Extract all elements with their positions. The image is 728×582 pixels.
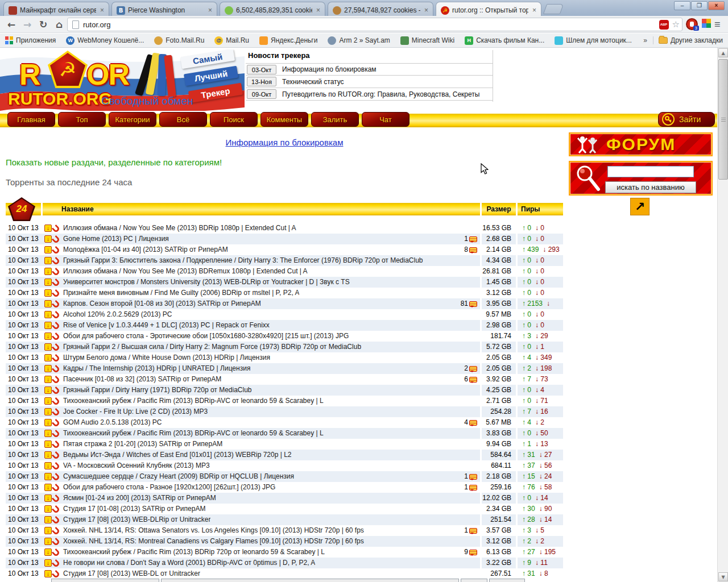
magnet-link-icon[interactable] [52, 516, 61, 525]
magnet-link-icon[interactable] [52, 322, 61, 331]
comment-count[interactable]: 81 [461, 298, 480, 309]
column-name[interactable]: Название [43, 203, 480, 215]
comment-count[interactable]: 4 [464, 417, 480, 428]
column-size[interactable]: Размер [482, 203, 516, 215]
show-new-by-category-link[interactable]: Показать новые раздачи, разделенные по к… [6, 157, 222, 167]
download-torrent-icon[interactable]: ↓ [44, 505, 52, 513]
address-bar[interactable]: rutor.org ABP ☆ [67, 18, 682, 31]
browser-tab[interactable]: Майнкрафт онлайн серв× [3, 2, 109, 16]
download-torrent-icon[interactable]: ↓ [44, 268, 52, 275]
torrent-title-link[interactable]: Признайте меня виновным / Find Me Guilty… [63, 288, 299, 298]
scroll-down-arrow[interactable]: ▼ [718, 572, 728, 581]
magnet-link-icon[interactable] [52, 289, 61, 298]
download-torrent-icon[interactable]: ↓ [44, 473, 52, 480]
login-button[interactable]: Зайти [658, 112, 715, 127]
magnet-link-icon[interactable] [52, 343, 61, 352]
tab-close-icon[interactable]: × [99, 6, 105, 14]
nav-button-главная[interactable]: Главная [7, 112, 55, 127]
download-torrent-icon[interactable]: ↓ [44, 494, 52, 502]
download-torrent-icon[interactable]: ↓ [44, 462, 52, 469]
blocking-info-link[interactable]: Информация по блокировкам [6, 138, 563, 147]
download-torrent-icon[interactable]: ↓ [44, 300, 52, 307]
download-torrent-icon[interactable]: ↓ [44, 559, 52, 567]
torrent-title-link[interactable]: Не говори ни слова / Don't Say a Word (2… [63, 558, 315, 568]
torrent-title-link[interactable]: Карпов. Сезон второй [01-08 из 30] (2013… [63, 298, 261, 309]
download-torrent-icon[interactable]: ↓ [44, 332, 52, 340]
download-torrent-icon[interactable]: ↓ [44, 225, 52, 232]
magnet-link-icon[interactable] [52, 311, 61, 320]
download-torrent-icon[interactable]: ↓ [44, 257, 52, 264]
download-torrent-icon[interactable]: ↓ [44, 376, 52, 383]
url-text[interactable]: rutor.org [83, 20, 659, 29]
torrent-title-link[interactable]: VA - Московский Осенний Клубняк (2013) M… [63, 460, 210, 471]
refresh-button[interactable]: ↻ [36, 18, 50, 31]
tab-close-icon[interactable]: × [531, 6, 537, 14]
tab-close-icon[interactable]: × [207, 6, 213, 14]
torrent-title-link[interactable]: Пасечник [01-08 из 32] (2013) SATRip от … [63, 374, 221, 385]
download-torrent-icon[interactable]: ↓ [44, 311, 52, 318]
bookmark-item[interactable]: Arm 2 » Sayt.am [322, 36, 395, 45]
magnet-link-icon[interactable] [52, 548, 61, 558]
browser-tab[interactable]: 27,594,748,927 cookies - C× [328, 2, 433, 16]
torrent-title-link[interactable]: Хоккей. NHL 13/14, RS: Montreal Canadien… [63, 536, 364, 547]
magnet-link-icon[interactable] [52, 268, 61, 277]
maximize-button[interactable]: ❐ [691, 1, 708, 10]
download-torrent-icon[interactable]: ↓ [44, 278, 52, 286]
stop-hand-extension-icon[interactable]: 3 [686, 18, 698, 30]
close-button[interactable]: × [708, 1, 725, 10]
comment-count[interactable]: 1 [464, 471, 480, 482]
download-torrent-icon[interactable]: ↓ [44, 570, 52, 577]
torrent-title-link[interactable]: Joe Cocker - Fire It Up: Live (2 CD) (20… [63, 406, 208, 417]
download-torrent-icon[interactable]: ↓ [44, 451, 52, 459]
download-torrent-icon[interactable]: ↓ [44, 516, 52, 523]
download-torrent-icon[interactable]: ↓ [44, 440, 52, 448]
scroll-up-arrow[interactable]: ▲ [718, 48, 728, 57]
torrent-title-link[interactable]: Rise of Venice [v 1.0.3.4449 + 1 DLC] (2… [63, 320, 270, 331]
magnet-link-icon[interactable] [52, 451, 61, 460]
magnet-link-icon[interactable] [52, 257, 61, 266]
torrent-title-link[interactable]: Грязный Гарри / Dirty Harry (1971) BDRip… [63, 385, 252, 396]
browser-tab[interactable]: ☭rutor.org :: Открытый тор× [436, 2, 541, 16]
torrent-title-link[interactable]: Хоккей. NHL 13/14, RS: Ottawa Senators v… [63, 525, 364, 536]
comment-count[interactable]: 9 [464, 547, 480, 558]
browser-tab[interactable]: BPierce Washington× [111, 2, 217, 16]
site-banner[interactable]: R ☭ OR Самый Лучший Трекер RUTOR.ORG Сво… [0, 49, 245, 111]
bookmark-item[interactable]: Яндекс.Деньги [254, 36, 322, 45]
download-torrent-icon[interactable]: ↓ [44, 354, 52, 361]
bookmark-item[interactable]: @Mail.Ru [209, 36, 254, 45]
torrent-title-link[interactable]: Университет монстров / Monsters Universi… [63, 277, 350, 288]
torrent-title-link[interactable]: Студия 17 [08] (2013) WEB-DL от Unitrack… [63, 568, 200, 579]
chrome-menu-icon[interactable]: ≡ [714, 18, 721, 31]
bookmark-item[interactable]: Шлем для мотоцик... [549, 36, 637, 45]
comment-count[interactable]: 1 [464, 234, 480, 244]
download-torrent-icon[interactable]: ↓ [44, 430, 52, 437]
magnet-link-icon[interactable] [52, 397, 61, 406]
torrent-title-link[interactable]: Студия 17 [01-08] (2013) SATRip от Рипер… [63, 504, 205, 514]
bookmark-star-icon[interactable]: ☆ [672, 19, 680, 30]
magnet-link-icon[interactable] [52, 376, 61, 385]
torrent-title-link[interactable]: Обои для рабочего стола - Эротические об… [63, 331, 349, 342]
comment-count[interactable]: 6 [464, 374, 480, 385]
magnet-link-icon[interactable] [52, 440, 61, 450]
torrent-title-link[interactable]: Иллюзия обмана / Now You See Me (2013) B… [63, 266, 308, 277]
download-torrent-icon[interactable]: ↓ [44, 397, 52, 405]
magnet-link-icon[interactable] [52, 386, 61, 396]
download-torrent-icon[interactable]: ↓ [44, 246, 52, 253]
nav-button-комменты[interactable]: Комменты [260, 112, 308, 127]
download-torrent-icon[interactable]: ↓ [44, 365, 52, 372]
new-tab-button[interactable] [543, 4, 564, 14]
torrent-title-link[interactable]: Alcohol 120% 2.0.2.5629 (2013) PC [63, 309, 172, 320]
download-torrent-icon[interactable]: ↓ [44, 548, 52, 556]
home-button[interactable]: ⌂ [52, 18, 66, 31]
nav-button-всё[interactable]: Всё [159, 112, 207, 127]
magnet-link-icon[interactable] [52, 419, 61, 428]
torrent-title-link[interactable]: Тихоокеанский рубеж / Pacific Rim (2013)… [63, 396, 324, 406]
magnet-link-icon[interactable] [52, 570, 61, 579]
forum-banner[interactable]: ФОРУМ [569, 132, 713, 156]
bookmark-item[interactable]: WWebMoney Кошелё... [61, 36, 149, 45]
search-by-name-button[interactable]: искать по названию [605, 181, 696, 193]
news-link[interactable]: Технический статус [282, 78, 344, 86]
magnet-link-icon[interactable] [52, 246, 61, 255]
nav-button-чат[interactable]: Чат [362, 112, 410, 127]
bookmark-item[interactable]: Foto.Mail.Ru [149, 36, 209, 45]
